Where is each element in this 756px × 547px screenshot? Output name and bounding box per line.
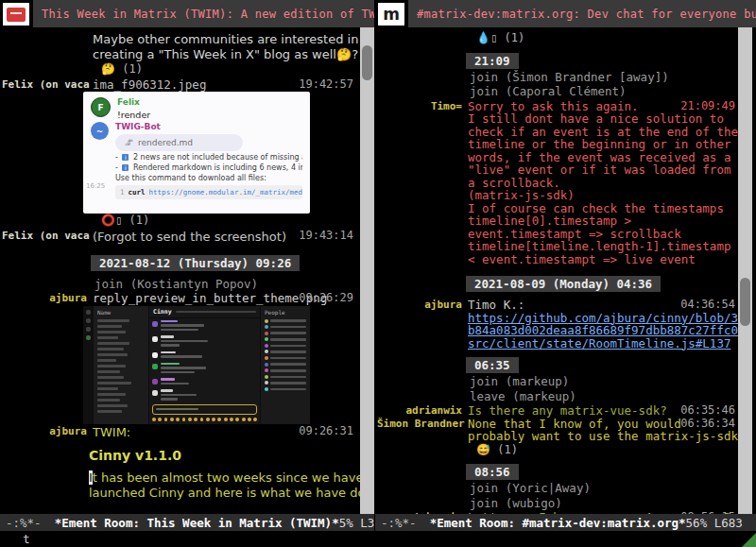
modeline-flags: -:%*-: [381, 516, 417, 530]
embedded-chat-col: Felix!render: [117, 97, 150, 120]
modeline-position: 56% L683: [686, 516, 743, 530]
sender-name[interactable]: ajbura: [2, 292, 93, 305]
reaction[interactable]: 😅 (1): [476, 444, 756, 457]
text-bar: [161, 394, 197, 397]
message-line: None that I know of, you would: [468, 418, 675, 431]
member-list-title: People: [265, 309, 306, 316]
message-body: (Forgot to send the screenshot): [93, 230, 286, 245]
room-buffer-matrix-dev[interactable]: 💧▯ (1)21:09join (Šimon Brandner [away])j…: [375, 27, 756, 514]
modeline-flags: -:%*-: [6, 516, 42, 530]
room-item-bar: [97, 387, 118, 390]
scrollbar-left[interactable]: [360, 27, 374, 514]
space-icon-strip: [83, 306, 94, 424]
modeline-buffer-name: *Ement Room: #matrix-dev:matrix.org*: [430, 516, 686, 530]
avatar: F: [91, 97, 111, 117]
sender-name[interactable]: Felix (on vaca: [2, 78, 93, 92]
member-row: [265, 319, 306, 323]
sender-name[interactable]: Šimon Brandner: [377, 418, 468, 431]
text-bar: [161, 367, 206, 369]
minibuffer[interactable]: t: [0, 531, 756, 547]
username-bar: [161, 335, 174, 338]
member-name-bar: [270, 369, 306, 372]
member-row: [265, 350, 306, 353]
member-row: [265, 332, 306, 335]
member-name-bar: [270, 319, 306, 322]
message-link[interactable]: b84a083d002deaa8f86689f97dbb887c27ffc0/: [468, 324, 675, 337]
member-name-bar: [270, 357, 306, 360]
timestamp: 21:09:49: [675, 100, 735, 113]
room-item-bar: [97, 348, 124, 350]
scrollbar-thumb[interactable]: [740, 278, 750, 325]
membership-event: join (Caporal Clément): [470, 85, 756, 98]
member-name-bar: [270, 388, 306, 391]
message-row: Timo=Sorry to ask this again.I still don…: [375, 100, 756, 266]
reaction[interactable]: 💧▯ (1): [476, 32, 756, 45]
reaction-count: (1): [490, 443, 518, 456]
room-buffer-twim[interactable]: Maybe other communities are interested i…: [0, 27, 374, 514]
message-line: "live" event or if it was loaded from: [468, 163, 675, 177]
info-icon: i: [122, 164, 129, 171]
command-url: https://gnome.modular.im/_matrix/media/r…: [149, 188, 302, 197]
message-link[interactable]: src/client/state/RoomTimeline.js#L137: [468, 337, 675, 350]
minibuffer-text: t: [23, 532, 30, 546]
emoji-dot: [182, 418, 186, 421]
space-icon: [86, 327, 91, 332]
room-item-bar: [97, 353, 128, 356]
reaction[interactable]: 🤔 (1): [101, 63, 374, 77]
chat-message-row: [152, 320, 257, 333]
sender-name[interactable]: ajbura: [2, 425, 93, 438]
message-line: check if an event is at the end of the: [468, 126, 675, 139]
mode-line-left: -:%*- *Ement Room: This Week in Matrix (…: [0, 514, 374, 531]
sender-name[interactable]: Timo=: [377, 100, 468, 113]
member-name-bar: [270, 326, 306, 329]
room-item-bar: [97, 382, 131, 385]
header-bar: This Week in Matrix (TWIM): A new editio…: [33, 0, 374, 27]
chat-message-row: [152, 351, 257, 360]
header-bar: #matrix-dev:matrix.org: Dev chat for eve…: [408, 0, 756, 27]
message-line: Is there any matrix-vue-sdk?: [468, 404, 667, 418]
room-item-bar: [97, 404, 128, 407]
message-lines: [161, 320, 257, 333]
emoji-dot: [212, 418, 215, 421]
sender-name[interactable]: Felix (on vaca: [2, 230, 93, 243]
attachment-chip[interactable]: 🖇rendered.md: [115, 134, 243, 151]
avatar: [265, 337, 268, 341]
chat-message-row: [152, 389, 257, 402]
date-separator: 2021-08-12 (Thursday) 09:26: [91, 255, 300, 271]
member-name-bar: [270, 332, 306, 334]
sender-name[interactable]: ajbura: [377, 299, 468, 312]
reaction-emoji: 🤔: [101, 62, 115, 76]
separator-wrap: 08:56: [466, 462, 756, 480]
emoji-dot: [224, 418, 228, 421]
chat-topbar: Cinny: [149, 306, 260, 318]
member-row: [265, 387, 306, 391]
membership-event: join (markeup): [470, 375, 756, 388]
message-link[interactable]: https://github.com/ajbura/cinny/blob/39: [468, 312, 675, 325]
message-line: words, if the event was received as a: [468, 151, 675, 164]
attached-image-twim-render[interactable]: FFelix!render~TWIG-Bot🖇rendered.md- i 2 …: [83, 92, 310, 214]
room-item-bar: [97, 365, 126, 368]
message-row: ajburaTimo K.:https://github.com/ajbura/…: [375, 299, 756, 350]
emoji-dot: [188, 418, 192, 421]
username-bar: [161, 351, 176, 354]
emoji-row: [149, 416, 260, 424]
message-line: I of course can check the timestamps: [468, 202, 675, 215]
input-text-bar: [156, 408, 198, 411]
text-bar: [161, 371, 195, 374]
message-line: (Forgot to send the screenshot): [93, 230, 286, 245]
avatar: [265, 332, 268, 335]
message-body: Maybe other communities are interested i…: [93, 32, 348, 62]
username-bar: [161, 389, 173, 392]
attached-image-cinny-screenshot[interactable]: NameCinnyPeople: [83, 306, 310, 424]
scrollbar-right[interactable]: [738, 27, 752, 514]
scrollbar-thumb[interactable]: [362, 45, 372, 80]
avatar: [152, 321, 158, 327]
sender-name[interactable]: adrianwix: [377, 404, 468, 418]
message-line: a scrollback.: [468, 177, 675, 190]
message-body: None that I know of, you wouldprobably w…: [468, 418, 675, 443]
room-item-bar: [97, 342, 129, 345]
time-separator: 06:35: [466, 357, 519, 373]
reaction[interactable]: ⭕▯ (1): [101, 214, 374, 228]
emoji-dot: [164, 418, 168, 421]
member-row: [265, 325, 306, 329]
